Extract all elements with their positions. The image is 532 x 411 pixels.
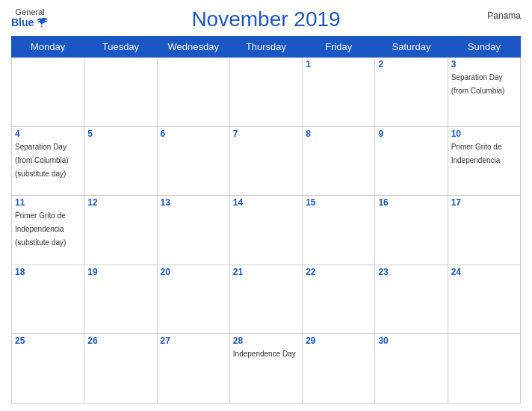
calendar-day-cell: 21 xyxy=(229,265,302,334)
calendar-day-cell: 24 xyxy=(448,265,520,334)
calendar-day-cell: 4Separation Day (from Columbia) (substit… xyxy=(12,126,84,196)
weekday-header-saturday: Saturday xyxy=(375,37,448,58)
weekday-header-monday: Monday xyxy=(12,37,84,58)
day-number: 8 xyxy=(306,129,371,139)
holiday-label: Primer Grito de Independencia (substitut… xyxy=(15,211,66,247)
calendar-day-cell xyxy=(229,58,302,127)
day-number: 17 xyxy=(451,197,517,208)
calendar-week-row: 4Separation Day (from Columbia) (substit… xyxy=(12,126,521,196)
day-number: 26 xyxy=(87,336,153,346)
day-number: 14 xyxy=(233,197,299,208)
calendar-day-cell: 18 xyxy=(12,265,84,334)
calendar-day-cell: 10Primer Grito de Independencia xyxy=(448,126,520,196)
calendar-day-cell: 12 xyxy=(84,196,157,265)
calendar-week-row: 123Separation Day (from Columbia) xyxy=(12,58,521,127)
calendar-day-cell xyxy=(84,58,157,127)
day-number: 22 xyxy=(306,267,371,277)
day-number: 28 xyxy=(233,336,299,346)
calendar-day-cell: 2 xyxy=(375,58,448,127)
day-number: 30 xyxy=(378,336,444,346)
holiday-label: Separation Day (from Columbia) xyxy=(451,73,505,95)
day-number: 1 xyxy=(306,59,371,69)
holiday-label: Independence Day xyxy=(233,350,296,358)
calendar-title: November 2019 xyxy=(191,7,340,31)
calendar-day-cell: 23 xyxy=(375,265,448,334)
day-number: 3 xyxy=(451,59,517,69)
calendar-day-cell: 20 xyxy=(157,265,229,334)
day-number: 5 xyxy=(87,129,153,139)
weekday-header-tuesday: Tuesday xyxy=(84,37,157,58)
calendar-day-cell: 7 xyxy=(229,126,302,196)
calendar-day-cell: 26 xyxy=(84,334,157,404)
day-number: 10 xyxy=(451,129,517,139)
holiday-label: Primer Grito de Independencia xyxy=(451,143,502,164)
calendar-day-cell: 5 xyxy=(84,126,157,196)
logo-bird-icon xyxy=(35,17,49,28)
calendar-day-cell xyxy=(157,58,229,127)
day-number: 27 xyxy=(161,336,226,346)
calendar-week-row: 18192021222324 xyxy=(12,265,521,334)
day-number: 24 xyxy=(451,267,517,277)
day-number: 13 xyxy=(161,197,226,208)
page: General Blue November 2019 Panama Monday… xyxy=(0,0,532,411)
weekday-header-friday: Friday xyxy=(303,37,375,58)
calendar-day-cell: 8 xyxy=(303,126,375,196)
weekday-header-sunday: Sunday xyxy=(448,37,520,58)
logo: General Blue xyxy=(11,7,49,28)
calendar-day-cell: 28Independence Day xyxy=(229,334,302,404)
calendar-day-cell: 16 xyxy=(375,196,448,265)
calendar-day-cell: 6 xyxy=(157,126,229,196)
calendar-day-cell: 1 xyxy=(303,58,375,127)
logo-blue-text: Blue xyxy=(11,16,49,28)
day-number: 20 xyxy=(161,267,226,277)
calendar-day-cell: 30 xyxy=(375,334,448,404)
weekday-header-thursday: Thursday xyxy=(229,37,302,58)
calendar-day-cell: 11Primer Grito de Independencia (substit… xyxy=(12,196,84,265)
day-number: 9 xyxy=(378,129,444,139)
calendar-day-cell: 14 xyxy=(229,196,302,265)
calendar-day-cell: 17 xyxy=(448,196,520,265)
calendar-day-cell: 25 xyxy=(12,334,84,404)
header: General Blue November 2019 Panama xyxy=(11,7,521,31)
calendar-day-cell: 13 xyxy=(157,196,229,265)
day-number: 29 xyxy=(306,336,371,346)
calendar-day-cell: 27 xyxy=(157,334,229,404)
calendar-day-cell: 22 xyxy=(303,265,375,334)
day-number: 25 xyxy=(15,336,81,346)
day-number: 2 xyxy=(378,59,444,69)
weekday-header-row: MondayTuesdayWednesdayThursdayFridaySatu… xyxy=(12,37,521,58)
day-number: 15 xyxy=(306,197,371,208)
calendar-day-cell: 3Separation Day (from Columbia) xyxy=(448,58,520,127)
day-number: 6 xyxy=(161,129,226,139)
calendar-day-cell xyxy=(448,334,520,404)
day-number: 4 xyxy=(15,129,81,139)
day-number: 16 xyxy=(378,197,444,208)
day-number: 7 xyxy=(233,129,299,139)
logo-general-text: General xyxy=(16,7,45,16)
calendar-week-row: 11Primer Grito de Independencia (substit… xyxy=(12,196,521,265)
day-number: 21 xyxy=(233,267,299,277)
weekday-header-wednesday: Wednesday xyxy=(157,37,229,58)
country-label: Panama xyxy=(487,10,521,21)
calendar-table: MondayTuesdayWednesdayThursdayFridaySatu… xyxy=(11,36,521,404)
calendar-day-cell xyxy=(12,58,84,127)
day-number: 23 xyxy=(378,267,444,277)
calendar-week-row: 25262728Independence Day2930 xyxy=(12,334,521,404)
day-number: 11 xyxy=(15,197,81,208)
day-number: 19 xyxy=(87,267,153,277)
calendar-day-cell: 9 xyxy=(375,126,448,196)
day-number: 12 xyxy=(87,197,153,208)
calendar-day-cell: 29 xyxy=(303,334,375,404)
calendar-day-cell: 15 xyxy=(303,196,375,265)
holiday-label: Separation Day (from Columbia) (substitu… xyxy=(15,143,69,178)
calendar-day-cell: 19 xyxy=(84,265,157,334)
day-number: 18 xyxy=(15,267,81,277)
